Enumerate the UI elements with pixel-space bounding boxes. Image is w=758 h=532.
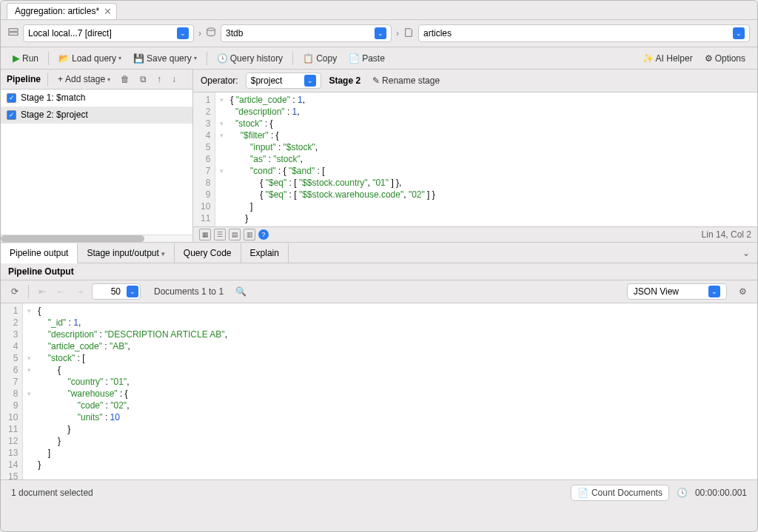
server-icon xyxy=(8,27,19,40)
next-page-icon[interactable]: → xyxy=(73,285,87,298)
prev-page-icon[interactable]: ← xyxy=(53,285,68,298)
stage-code-editor[interactable]: 1234567891011121314 ▾▾▾▾ { "article_code… xyxy=(193,92,757,226)
execution-time: 00:00:00.001 xyxy=(695,488,747,498)
move-up-icon[interactable]: ↑ xyxy=(154,73,164,86)
stage-label: Stage 1: $match xyxy=(21,92,85,103)
view-mode-icon[interactable]: ▦ xyxy=(199,229,211,240)
page-size-input[interactable] xyxy=(93,285,125,298)
rename-stage-button[interactable]: ✎ Rename stage xyxy=(368,73,444,88)
view-mode-icon[interactable]: ▥ xyxy=(244,229,255,240)
database-field[interactable]: 3tdb ⌄ xyxy=(221,24,392,42)
main-toolbar: ▶ Run 📂 Load query ▾ 💾 Save query ▾ 🕓 Qu… xyxy=(1,47,757,70)
svg-rect-0 xyxy=(9,28,18,31)
connection-label: Local local...7 [direct] xyxy=(28,28,112,38)
add-stage-button[interactable]: + Add stage ▾ xyxy=(55,73,113,86)
query-history-button[interactable]: 🕓 Query history xyxy=(212,51,287,66)
ai-icon: ✨ xyxy=(643,53,654,64)
plus-icon: + xyxy=(58,74,63,84)
collapse-icon[interactable]: ⌄ xyxy=(735,245,757,261)
help-icon[interactable]: ? xyxy=(258,229,269,240)
tab-stage-io[interactable]: Stage input/output▾ xyxy=(78,243,174,263)
tab-query-code[interactable]: Query Code xyxy=(175,243,241,263)
operator-label: Operator: xyxy=(201,75,238,86)
connection-field[interactable]: Local local...7 [direct] ⌄ xyxy=(23,24,194,42)
output-content: { "_id" : 1, "description" : "DESCRIPTIO… xyxy=(35,303,230,479)
operator-select[interactable]: $project ⌄ xyxy=(246,73,322,89)
fold-column: ▾▾▾▾ xyxy=(23,303,35,479)
tab-bar: Aggregation: articles* ✕ xyxy=(1,1,757,20)
checkbox-icon[interactable]: ✓ xyxy=(7,93,16,103)
checkbox-icon[interactable]: ✓ xyxy=(7,110,16,120)
horizontal-scrollbar[interactable] xyxy=(1,235,192,242)
delete-icon[interactable]: 🗑 xyxy=(118,73,133,86)
stage-title: Stage 2 xyxy=(329,75,360,86)
document-icon: 📄 xyxy=(577,488,588,498)
save-query-button[interactable]: 💾 Save query ▾ xyxy=(129,51,201,66)
ai-helper-button[interactable]: ✨ AI Helper xyxy=(638,51,697,66)
database-label: 3tdb xyxy=(226,28,243,38)
breadcrumb-sep: › xyxy=(396,28,399,38)
collection-field[interactable]: articles ⌄ xyxy=(418,24,750,42)
copy-icon: 📋 xyxy=(303,53,314,64)
chevron-down-icon[interactable]: ⌄ xyxy=(733,27,745,39)
chevron-down-icon[interactable]: ⌄ xyxy=(177,27,189,39)
chevron-down-icon[interactable]: ⌄ xyxy=(708,286,720,297)
output-toolbar: ⟳ ⇤ ← → ⌄ Documents 1 to 1 🔍 JSON View ⌄… xyxy=(1,280,757,303)
code-content[interactable]: { "article_code" : 1, "description" : 1,… xyxy=(227,92,437,226)
options-button[interactable]: ⚙ Options xyxy=(700,51,750,66)
count-documents-button[interactable]: 📄 Count Documents xyxy=(571,485,669,501)
move-down-icon[interactable]: ↓ xyxy=(169,73,179,86)
collection-label: articles xyxy=(423,28,452,38)
chevron-down-icon[interactable]: ⌄ xyxy=(375,27,386,39)
stage-editor: Operator: $project ⌄ Stage 2 ✎ Rename st… xyxy=(193,70,757,242)
clock-icon: 🕓 xyxy=(677,488,688,498)
duplicate-icon[interactable]: ⧉ xyxy=(137,73,150,86)
stage-list: ✓ Stage 1: $match ✓ Stage 2: $project xyxy=(1,90,192,235)
pencil-icon: ✎ xyxy=(372,75,380,86)
pipeline-header: Pipeline + Add stage ▾ 🗑 ⧉ ↑ ↓ xyxy=(1,70,192,90)
pipeline-panel: Pipeline + Add stage ▾ 🗑 ⧉ ↑ ↓ ✓ Stage 1… xyxy=(1,70,193,242)
editor-footer: ▦ ☰ ▤ ▥ ? Lin 14, Col 2 xyxy=(193,226,757,242)
document-range: Documents 1 to 1 xyxy=(154,286,224,297)
output-viewer[interactable]: 123456789101112131415 ▾▾▾▾ { "_id" : 1, … xyxy=(1,303,757,479)
breadcrumb: Local local...7 [direct] ⌄ › 3tdb ⌄ › ar… xyxy=(1,20,757,47)
tab-title: Aggregation: articles* xyxy=(15,6,99,16)
tab-pipeline-output[interactable]: Pipeline output xyxy=(1,243,78,263)
view-select[interactable]: JSON View ⌄ xyxy=(627,283,727,300)
run-button[interactable]: ▶ Run xyxy=(8,50,43,66)
folder-icon: 📂 xyxy=(58,53,70,64)
cursor-position: Lin 14, Col 2 xyxy=(702,229,751,240)
chevron-down-icon: ▾ xyxy=(161,250,165,257)
tab-explain[interactable]: Explain xyxy=(241,243,289,263)
load-query-button[interactable]: 📂 Load query ▾ xyxy=(54,51,126,66)
search-icon[interactable]: 🔍 xyxy=(232,285,249,298)
first-page-icon[interactable]: ⇤ xyxy=(36,285,49,298)
database-icon xyxy=(206,27,216,40)
gear-icon: ⚙ xyxy=(705,53,713,64)
stage-label: Stage 2: $project xyxy=(21,110,88,120)
main-split: Pipeline + Add stage ▾ 🗑 ⧉ ↑ ↓ ✓ Stage 1… xyxy=(1,70,757,243)
close-icon[interactable]: ✕ xyxy=(104,6,112,17)
view-mode-icon[interactable]: ▤ xyxy=(229,229,241,240)
output-tabs: Pipeline output Stage input/output▾ Quer… xyxy=(1,243,757,263)
status-bar: 1 document selected 📄 Count Documents 🕓 … xyxy=(1,479,757,505)
pipeline-title: Pipeline xyxy=(7,74,41,84)
chevron-down-icon[interactable]: ⌄ xyxy=(304,75,316,87)
copy-button[interactable]: 📋 Copy xyxy=(298,51,341,66)
settings-icon[interactable]: ⚙ xyxy=(736,285,750,298)
editor-header: Operator: $project ⌄ Stage 2 ✎ Rename st… xyxy=(193,70,757,92)
refresh-icon[interactable]: ⟳ xyxy=(8,285,21,298)
svg-point-2 xyxy=(207,27,215,30)
line-gutter: 123456789101112131415 xyxy=(1,303,23,479)
output-title: Pipeline Output xyxy=(1,263,757,280)
fold-column: ▾▾▾▾ xyxy=(215,92,227,226)
history-icon: 🕓 xyxy=(217,53,228,64)
view-mode-icon[interactable]: ☰ xyxy=(214,229,226,240)
paste-button[interactable]: 📄 Paste xyxy=(344,51,389,66)
breadcrumb-sep: › xyxy=(198,28,201,38)
stage-item[interactable]: ✓ Stage 1: $match xyxy=(1,90,192,107)
stage-item[interactable]: ✓ Stage 2: $project xyxy=(1,107,192,124)
svg-rect-1 xyxy=(9,33,18,36)
chevron-down-icon[interactable]: ⌄ xyxy=(127,286,138,297)
document-tab[interactable]: Aggregation: articles* ✕ xyxy=(7,3,117,19)
